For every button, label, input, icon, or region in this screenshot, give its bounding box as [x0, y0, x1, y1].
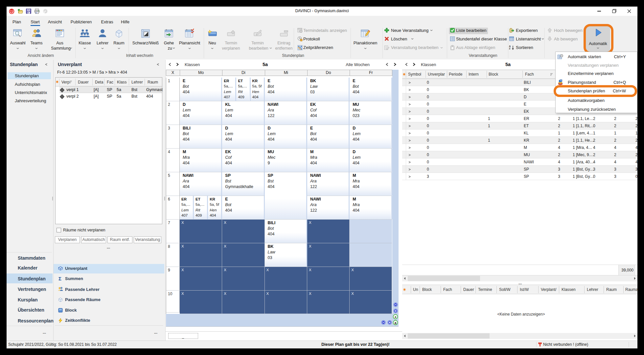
- svg-text:a: a: [394, 320, 397, 324]
